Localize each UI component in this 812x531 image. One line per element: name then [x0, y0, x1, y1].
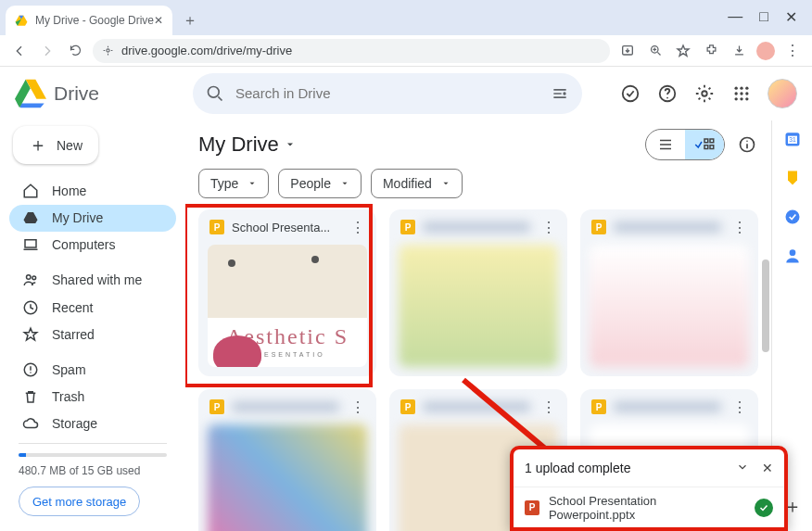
file-card[interactable]: P⋮ [580, 209, 758, 376]
page-title-text: My Drive [198, 133, 279, 157]
settings-icon[interactable] [693, 82, 716, 105]
calendar-icon[interactable]: 31 [783, 130, 802, 148]
sidebar-item-label: Trash [52, 389, 84, 404]
svg-point-17 [745, 92, 748, 95]
file-menu-icon[interactable]: ⋮ [729, 219, 751, 236]
scrollbar[interactable] [762, 259, 769, 352]
file-menu-icon[interactable]: ⋮ [538, 398, 560, 416]
svg-point-7 [563, 92, 565, 95]
forward-button[interactable] [37, 41, 57, 61]
help-icon[interactable] [656, 82, 679, 105]
file-thumbnail: Aesthetic S PRESENTATIO [208, 245, 367, 367]
cloud-icon [22, 415, 39, 432]
svg-point-8 [623, 85, 639, 101]
sidebar-item-recent[interactable]: Recent [9, 294, 176, 321]
sidebar-item-computers[interactable]: Computers [9, 232, 176, 259]
upload-item[interactable]: P School Presentation Powerpoint.pptx [514, 487, 784, 527]
window-close-icon[interactable]: ✕ [785, 8, 797, 26]
sidebar-item-spam[interactable]: Spam [9, 356, 176, 383]
svg-point-22 [27, 275, 32, 280]
file-menu-icon[interactable]: ⋮ [347, 398, 369, 416]
tab-title: My Drive - Google Drive [35, 14, 154, 27]
laptop-icon [22, 236, 39, 253]
filter-modified[interactable]: Modified [371, 169, 463, 198]
toast-collapse-icon[interactable] [736, 461, 749, 475]
sidebar-item-home[interactable]: Home [9, 177, 176, 204]
view-toggle[interactable] [645, 129, 725, 160]
sidebar-item-trash[interactable]: Trash [9, 383, 176, 410]
extensions-icon[interactable] [701, 41, 721, 61]
search-options-icon[interactable] [551, 84, 569, 103]
sidebar-item-label: Recent [52, 300, 93, 315]
sidebar-item-label: Storage [52, 416, 97, 431]
file-menu-icon[interactable]: ⋮ [729, 398, 751, 416]
new-button[interactable]: ＋ New [13, 126, 98, 164]
svg-point-16 [740, 92, 742, 95]
filter-chips: Type People Modified [198, 169, 758, 198]
slides-file-icon: P [400, 220, 415, 234]
file-card[interactable]: P⋮ [198, 389, 376, 531]
browser-tab-strip: My Drive - Google Drive ✕ ＋ ― □ ✕ [0, 0, 812, 35]
slides-file-icon: P [209, 220, 224, 234]
tab-close-icon[interactable]: ✕ [154, 14, 163, 27]
contacts-icon[interactable] [783, 247, 802, 265]
apps-grid-icon[interactable] [730, 82, 753, 105]
file-name: School Presenta... [232, 221, 339, 234]
search-bar[interactable] [193, 73, 582, 114]
file-menu-icon[interactable]: ⋮ [347, 219, 369, 236]
sidebar-item-storage[interactable]: Storage [9, 411, 176, 437]
svg-point-11 [702, 91, 707, 96]
svg-point-20 [745, 97, 748, 100]
file-card[interactable]: P School Presenta... ⋮ Aesthetic S PRESE… [198, 209, 376, 376]
slides-file-icon: P [400, 399, 415, 414]
file-card[interactable]: P⋮ [389, 209, 567, 376]
window-minimize-icon[interactable]: ― [728, 8, 742, 26]
account-avatar[interactable] [768, 79, 797, 108]
downloads-icon[interactable] [729, 41, 749, 61]
svg-point-38 [789, 249, 795, 256]
page-title[interactable]: My Drive [198, 133, 296, 157]
search-icon [206, 84, 224, 103]
drive-favicon-icon [15, 14, 28, 27]
offline-ready-icon[interactable] [619, 82, 641, 105]
install-app-icon[interactable] [617, 41, 638, 61]
drive-logo[interactable]: Drive [15, 78, 182, 109]
window-controls: ― □ ✕ [728, 8, 812, 35]
reload-button[interactable] [65, 41, 85, 61]
address-bar[interactable]: drive.google.com/drive/my-drive [93, 39, 610, 63]
file-menu-icon[interactable]: ⋮ [538, 219, 560, 236]
info-icon[interactable] [736, 133, 758, 156]
chrome-menu-icon[interactable]: ⋮ [782, 41, 803, 61]
sidebar-item-starred[interactable]: Starred [9, 321, 176, 348]
grid-view-icon[interactable] [685, 130, 724, 159]
bookmark-icon[interactable] [673, 41, 693, 61]
trash-icon [22, 388, 39, 405]
filter-people[interactable]: People [278, 169, 362, 198]
svg-point-14 [745, 86, 748, 89]
drive-header: Drive [0, 67, 812, 120]
svg-point-13 [740, 86, 742, 89]
tasks-icon[interactable] [783, 208, 802, 226]
profile-avatar-icon[interactable] [756, 42, 775, 60]
sidebar-item-label: Starred [52, 327, 95, 342]
browser-tab[interactable]: My Drive - Google Drive ✕ [6, 6, 172, 35]
site-info-icon[interactable] [102, 44, 114, 57]
svg-rect-29 [704, 145, 708, 149]
list-view-icon[interactable] [646, 130, 685, 159]
svg-point-3 [107, 49, 109, 52]
new-tab-button[interactable]: ＋ [178, 8, 202, 32]
keep-icon[interactable] [783, 169, 802, 187]
plus-icon: ＋ [29, 133, 47, 158]
sidebar-item-my-drive[interactable]: My Drive [9, 205, 176, 232]
svg-point-32 [746, 140, 748, 142]
back-button[interactable] [9, 41, 30, 61]
toast-close-icon[interactable]: ✕ [762, 461, 773, 475]
window-maximize-icon[interactable]: □ [759, 8, 768, 26]
chip-label: Modified [383, 176, 432, 191]
sidebar-item-label: Spam [52, 362, 86, 377]
filter-type[interactable]: Type [198, 169, 269, 198]
zoom-icon[interactable] [645, 41, 666, 61]
sidebar-item-shared[interactable]: Shared with me [9, 267, 176, 294]
get-storage-button[interactable]: Get more storage [19, 487, 140, 516]
search-input[interactable] [234, 84, 551, 102]
